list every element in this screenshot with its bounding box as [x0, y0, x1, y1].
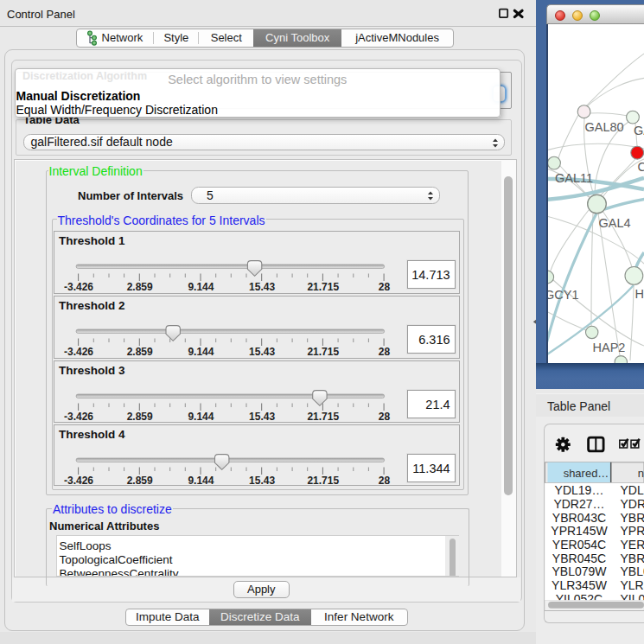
svg-text:YBR045C: YBR045C: [552, 552, 606, 565]
svg-text:GA: GA: [634, 124, 644, 137]
svg-text:nam: nam: [638, 467, 644, 480]
svg-text:YPR1: YPR1: [621, 524, 644, 538]
svg-text:YDR2: YDR2: [621, 497, 644, 511]
svg-text:GAL11: GAL11: [555, 171, 593, 185]
svg-text:YER054C: YER054C: [552, 538, 606, 552]
svg-text:YBR0: YBR0: [621, 552, 644, 565]
svg-text:YDL19…: YDL19…: [555, 483, 604, 497]
svg-text:YBR043C: YBR043C: [552, 511, 606, 525]
svg-text:HAP2: HAP2: [593, 341, 626, 354]
svg-text:YBR0: YBR0: [621, 511, 644, 525]
svg-text:GAL4: GAL4: [599, 216, 631, 230]
svg-text:YER0: YER0: [621, 538, 644, 552]
svg-text:YLR3: YLR3: [621, 578, 644, 592]
svg-text:GCY1: GCY1: [546, 288, 579, 302]
svg-text:C: C: [638, 160, 644, 174]
svg-text:YPR145W: YPR145W: [551, 524, 608, 538]
svg-text:YLR345W: YLR345W: [552, 578, 608, 592]
svg-text:YDL1: YDL1: [621, 483, 644, 497]
svg-text:YDR27…: YDR27…: [553, 497, 604, 511]
svg-text:YBL0: YBL0: [621, 564, 644, 578]
svg-text:GAL80: GAL80: [585, 120, 624, 134]
svg-text:YBL079W: YBL079W: [552, 564, 607, 578]
svg-text:shared…: shared…: [564, 467, 609, 480]
svg-text:H: H: [635, 287, 644, 301]
